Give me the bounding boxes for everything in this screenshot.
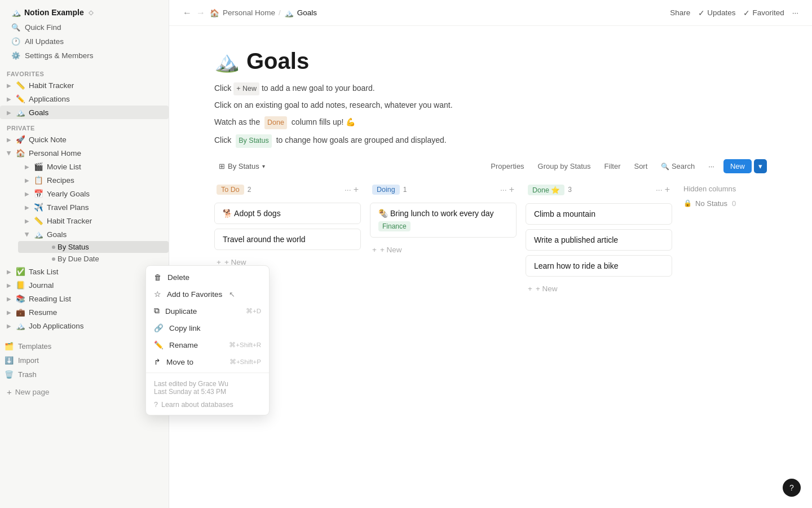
doing-add-button[interactable]: +	[509, 185, 514, 195]
sidebar-item-applications[interactable]: ▶ ✏️ Applications	[0, 92, 169, 106]
sidebar-item-journal[interactable]: ▶ 📒 Journal	[0, 278, 169, 292]
sidebar-item-habit-tracker-child[interactable]: ▶ 📏 Habit Tracker	[18, 214, 169, 227]
travel-icon: ✈️	[34, 203, 43, 212]
more-button[interactable]: ···	[792, 8, 798, 17]
arrow-icon: ▶	[7, 82, 11, 89]
sidebar-item-personal-home[interactable]: ▶ 🏠 Personal Home	[0, 146, 169, 160]
breadcrumb-goals[interactable]: Goals	[297, 8, 317, 17]
sidebar-item-yearly-goals[interactable]: ▶ 📅 Yearly Goals	[18, 187, 169, 200]
sidebar-item-goals-fav[interactable]: ▶ 🏔️ Goals	[0, 106, 169, 119]
delete-icon: 🗑	[154, 273, 162, 282]
card-text: 🌯 Bring lunch to work every day	[378, 209, 508, 218]
search-button[interactable]: 🔍 Search	[656, 160, 699, 173]
quick-find-button[interactable]: 🔍 Quick Find	[7, 20, 162, 34]
sidebar-item-quick-note[interactable]: ▶ 🚀 Quick Note	[0, 133, 169, 146]
sidebar-item-recipes[interactable]: ▶ 📋 Recipes	[18, 173, 169, 187]
job-applications-icon: 🏔️	[16, 321, 25, 330]
card-text: Travel around the world	[223, 235, 306, 244]
updates-button[interactable]: ✓ Updates	[698, 8, 735, 17]
workspace-name: Notion Example	[24, 8, 84, 17]
todo-add-button[interactable]: +	[354, 185, 359, 195]
doing-add-new[interactable]: + + New	[370, 242, 517, 257]
ctx-learn-button[interactable]: ? Learn about databases	[146, 398, 269, 411]
sidebar-item-job-applications[interactable]: ▶ 🏔️ Job Applications	[0, 319, 169, 332]
card-article[interactable]: Write a published article	[526, 229, 672, 251]
arrow-icon: ▶	[7, 296, 11, 302]
breadcrumb-home[interactable]: Personal Home	[223, 8, 275, 17]
sidebar-item-goals-child[interactable]: ▶ 🏔️ Goals	[18, 227, 169, 241]
page-icon: 🏔️	[214, 50, 240, 73]
sidebar-item-reading-list[interactable]: ▶ 📚 Reading List	[0, 292, 169, 305]
habit-tracker-child-icon: 📏	[34, 216, 43, 225]
sidebar-item-travel-plans[interactable]: ▶ ✈️ Travel Plans	[18, 200, 169, 214]
check-icon: ✓	[743, 8, 750, 17]
doing-more-button[interactable]: ···	[500, 185, 507, 194]
arrow-icon: ▶	[7, 137, 11, 143]
share-button[interactable]: Share	[670, 8, 690, 17]
dot-icon	[52, 246, 55, 249]
sidebar-item-habit-tracker[interactable]: ▶ 📏 Habit Tracker	[0, 78, 169, 92]
sidebar-item-task-list[interactable]: ▶ ✅ Task List	[0, 265, 169, 278]
link-icon: 🔗	[154, 323, 164, 332]
properties-button[interactable]: Properties	[486, 160, 528, 173]
done-add-button[interactable]: +	[665, 185, 670, 195]
card-lunch[interactable]: 🌯 Bring lunch to work every day Finance	[370, 203, 517, 238]
status-inline-tag: By Status	[236, 134, 272, 147]
trash-button[interactable]: 🗑️ Trash	[0, 367, 169, 382]
done-more-button[interactable]: ···	[656, 185, 663, 194]
workspace-title[interactable]: 🏔️ Notion Example ◇	[7, 5, 162, 20]
sidebar-item-by-status[interactable]: By Status	[18, 241, 169, 253]
duplicate-icon: ⧉	[154, 306, 160, 316]
forward-button[interactable]: →	[196, 8, 205, 18]
card-travel[interactable]: Travel around the world	[214, 229, 361, 250]
todo-label: To Do	[217, 185, 244, 195]
arrow-icon: ▶	[7, 96, 11, 102]
doing-column: Doing 1 ··· + 🌯 Bring lunch to work ever…	[370, 181, 517, 257]
sidebar-item-resume[interactable]: ▶ 💼 Resume	[0, 305, 169, 319]
toolbar-more-button[interactable]: ···	[704, 160, 719, 173]
import-button[interactable]: ⬇️ Import	[0, 353, 169, 367]
sort-button[interactable]: Sort	[629, 160, 652, 173]
help-button[interactable]: ?	[783, 479, 801, 497]
hidden-label: Hidden columns	[681, 181, 767, 196]
ctx-duplicate[interactable]: ⧉ Duplicate ⌘+D	[146, 303, 269, 319]
doing-label: Doing	[372, 185, 400, 195]
done-count: 3	[568, 186, 572, 194]
done-add-new[interactable]: + + New	[526, 281, 672, 296]
templates-button[interactable]: 🗂️ Templates	[0, 339, 169, 353]
new-item-button[interactable]: New	[723, 159, 752, 173]
settings-button[interactable]: ⚙️ Settings & Members	[7, 49, 162, 63]
todo-more-button[interactable]: ···	[345, 185, 351, 194]
arrow-open-icon: ▶	[6, 151, 12, 155]
favorites-list: ▶ 📏 Habit Tracker ▶ ✏️ Applications ▶ 🏔️…	[0, 78, 169, 119]
done-label: Done ⭐	[528, 185, 564, 195]
sidebar-item-movie-list[interactable]: ▶ 🎬 Movie List	[18, 160, 169, 173]
cursor-indicator: ↖	[229, 290, 235, 299]
ctx-rename[interactable]: ✏️ Rename ⌘+Shift+R	[146, 336, 269, 353]
filter-button[interactable]: Filter	[600, 160, 625, 173]
ctx-delete[interactable]: 🗑 Delete	[146, 269, 269, 286]
card-adopt-dogs[interactable]: 🐕 Adopt 5 dogs	[214, 203, 361, 224]
ctx-add-favorites[interactable]: ☆ Add to Favorites ↖	[146, 286, 269, 303]
back-button[interactable]: ←	[183, 8, 192, 18]
by-status-button[interactable]: ⊞ By Status ▾	[214, 160, 270, 173]
trash-icon: 🗑️	[5, 370, 14, 379]
sidebar-item-by-due-date[interactable]: By Due Date	[18, 253, 169, 265]
todo-count: 2	[248, 186, 251, 194]
group-by-button[interactable]: Group by Status	[533, 160, 595, 173]
chevron-down-icon: ▾	[262, 163, 265, 169]
card-bike[interactable]: Learn how to ride a bike	[526, 255, 672, 277]
arrow-icon: ▶	[25, 177, 29, 183]
new-dropdown-button[interactable]: ▾	[754, 159, 767, 173]
new-page-button[interactable]: + New page	[0, 384, 169, 400]
arrow-open-icon: ▶	[24, 232, 30, 237]
favorited-button[interactable]: ✓ Favorited	[743, 8, 784, 17]
checkmark-icon: ✓	[698, 8, 705, 17]
resume-icon: 💼	[16, 308, 25, 317]
new-inline-tag: + New	[233, 82, 259, 95]
all-updates-button[interactable]: 🕐 All Updates	[7, 34, 162, 49]
ctx-copy-link[interactable]: 🔗 Copy link	[146, 319, 269, 336]
ctx-move-to[interactable]: ↱ Move to ⌘+Shift+P	[146, 353, 269, 370]
card-climb[interactable]: Climb a mountain	[526, 203, 672, 225]
page-title-row: 🏔️ Goals	[214, 49, 767, 74]
